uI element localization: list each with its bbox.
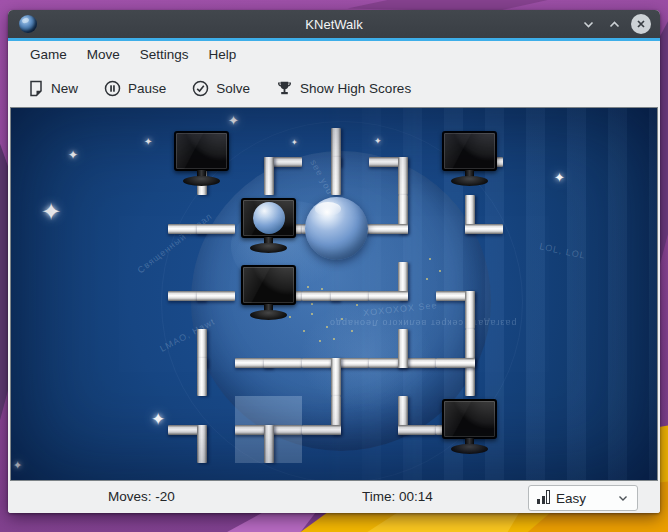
- difficulty-select[interactable]: Easy: [528, 485, 638, 511]
- difficulty-bars-icon: [537, 492, 550, 504]
- moves-counter: Moves: -20: [108, 489, 175, 504]
- statusbar: Moves: -20 Time: 00:14 Easy: [8, 481, 660, 513]
- trophy-icon: [276, 80, 293, 97]
- toolbar: New Pause Solve Show High Sco: [8, 69, 660, 107]
- vignette: [11, 108, 657, 480]
- time-counter: Time: 00:14: [362, 489, 433, 504]
- menu-help[interactable]: Help: [199, 41, 247, 69]
- menu-move[interactable]: Move: [77, 41, 130, 69]
- menu-game[interactable]: Game: [20, 41, 77, 69]
- solve-button-label: Solve: [216, 81, 250, 96]
- menubar: Game Move Settings Help: [8, 41, 660, 69]
- new-button-label: New: [51, 81, 78, 96]
- titlebar[interactable]: KNetWalk: [8, 10, 660, 38]
- pause-icon: [104, 80, 121, 97]
- knetwalk-window: KNetWalk Game Move Settings Help New: [8, 10, 660, 513]
- chevron-down-icon: [617, 492, 629, 504]
- solve-button[interactable]: Solve: [192, 80, 250, 97]
- close-button[interactable]: [631, 14, 651, 34]
- menu-settings[interactable]: Settings: [130, 41, 199, 69]
- game-area: ✦✦✦✦✦✦✦✦✦Священный Граалsee you :3LOL, L…: [10, 107, 658, 481]
- pause-button-label: Pause: [128, 81, 166, 96]
- close-x-icon: [631, 14, 651, 34]
- show-high-scores-button[interactable]: Show High Scores: [276, 80, 411, 97]
- pause-button[interactable]: Pause: [104, 80, 166, 97]
- maximize-button[interactable]: [604, 14, 624, 34]
- chevron-up-icon: [608, 18, 621, 31]
- difficulty-value: Easy: [556, 491, 586, 506]
- new-document-icon: [28, 80, 44, 97]
- window-title: KNetWalk: [8, 17, 660, 32]
- new-button[interactable]: New: [28, 80, 78, 97]
- minimize-button[interactable]: [578, 14, 598, 34]
- show-high-scores-label: Show High Scores: [300, 81, 411, 96]
- solve-check-icon: [192, 80, 209, 97]
- chevron-down-icon: [582, 18, 595, 31]
